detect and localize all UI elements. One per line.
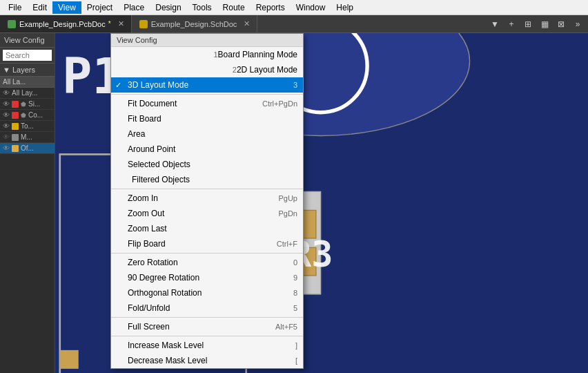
eye-icon-5[interactable]: 👁 xyxy=(3,144,10,152)
label-filtered-objects: Filtered Objects xyxy=(132,175,190,184)
shortcut-zoom-in: PgUp xyxy=(264,194,297,202)
view-config-header: View Config xyxy=(0,33,55,48)
layer-name-3: To... xyxy=(21,122,34,130)
eye-icon-3[interactable]: 👁 xyxy=(3,122,10,130)
layer-item-m: 👁 M... xyxy=(0,132,55,143)
menu-2d-layout-mode[interactable]: 2 2D Layout Mode xyxy=(111,62,303,77)
menu-project[interactable]: Project xyxy=(81,1,118,14)
eye-icon-1[interactable]: 👁 xyxy=(3,100,10,108)
tab-modified-badge: * xyxy=(108,20,111,28)
menu-help[interactable]: Help xyxy=(331,1,359,14)
menu-design[interactable]: Design xyxy=(150,1,186,14)
svg-rect-14 xyxy=(60,350,79,369)
eye-icon-4[interactable]: 👁 xyxy=(3,133,10,141)
tab-schdoc-label: Example_Design.SchDoc xyxy=(151,20,237,28)
menu-flip-board[interactable]: Flip Board Ctrl+F xyxy=(111,236,303,251)
add-btn[interactable]: + xyxy=(504,17,519,31)
layer-item-alllayers: 👁 All Lay... xyxy=(0,88,55,99)
filter-btn[interactable]: ▼ xyxy=(487,17,502,31)
menu-view[interactable]: View xyxy=(52,1,81,14)
menu-orthogonal-rotation[interactable]: Orthogonal Rotation 8 xyxy=(111,285,303,300)
tab-pcbdoc-label: Example_Design.PcbDoc xyxy=(19,20,106,28)
layers-section: ▼ Layers All La... 👁 All Lay... 👁 ⬟ Si..… xyxy=(0,64,55,373)
layers-tab[interactable]: All La... xyxy=(0,77,55,88)
menu-tools[interactable]: Tools xyxy=(187,1,217,14)
layer-color-3 xyxy=(12,123,19,130)
menu-route[interactable]: Route xyxy=(217,1,251,14)
menu-decrease-mask[interactable]: Decrease Mask Level [ xyxy=(111,353,303,368)
layer-color-5 xyxy=(12,145,19,152)
label-2d: 2D Layout Mode xyxy=(237,65,297,75)
label-fit-board: Fit Board xyxy=(128,114,161,124)
menu-fit-board[interactable]: Fit Board xyxy=(111,111,303,126)
eye-icon-2[interactable]: 👁 xyxy=(3,111,10,119)
menu-fit-document[interactable]: Fit Document Ctrl+PgDn xyxy=(111,96,303,111)
tab-schdoc[interactable]: Example_Design.SchDoc ✕ xyxy=(132,15,258,32)
label-zero-rotation: Zero Rotation xyxy=(128,258,178,267)
label-fit-document: Fit Document xyxy=(128,99,177,108)
matrix-btn[interactable]: ⊠ xyxy=(553,17,569,31)
eye-icon-0[interactable]: 👁 xyxy=(3,89,10,97)
menu-place[interactable]: Place xyxy=(118,1,150,14)
menu-reports[interactable]: Reports xyxy=(251,1,291,14)
menu-zoom-out[interactable]: Zoom Out PgDn xyxy=(111,206,303,221)
left-panel: View Config ▼ Layers All La... 👁 All Lay… xyxy=(0,33,55,373)
shortcut-flip-board: Ctrl+F xyxy=(263,240,297,248)
tabs-bar: Example_Design.PcbDoc * ✕ Example_Design… xyxy=(0,15,588,33)
view-dropdown-menu: View Config 1 Board Planning Mode 2 2D L… xyxy=(110,33,304,369)
divider-5 xyxy=(111,336,303,336)
menu-increase-mask[interactable]: Increase Mask Level ] xyxy=(111,338,303,353)
layers-header[interactable]: ▼ Layers xyxy=(0,64,55,77)
grid-btn[interactable]: ⊞ xyxy=(520,17,536,31)
divider-2 xyxy=(111,189,303,189)
menubar: File Edit View Project Place Design Tool… xyxy=(0,0,588,15)
shortcut-decrease-mask: [ xyxy=(282,356,297,365)
label-zoom-last: Zoom Last xyxy=(128,224,167,233)
shortcut-zoom-out: PgDn xyxy=(264,209,297,218)
label-around-point: Around Point xyxy=(128,144,175,154)
menu-window[interactable]: Window xyxy=(291,1,331,14)
divider-3 xyxy=(111,253,303,254)
label-decrease-mask: Decrease Mask Level xyxy=(128,356,207,365)
layer-color-1 xyxy=(12,101,19,108)
more-btn[interactable]: » xyxy=(570,17,585,31)
menu-edit[interactable]: Edit xyxy=(27,1,52,14)
search-input[interactable] xyxy=(3,50,52,61)
search-bar xyxy=(0,48,55,64)
layer-item-of[interactable]: 👁 Of... xyxy=(0,143,55,154)
pcb-canvas: C2 R1 R3 P1 View Config 1 Board Planning… xyxy=(55,33,588,373)
menu-zero-rotation[interactable]: Zero Rotation 0 xyxy=(111,255,303,270)
shortcut-zero-rotation: 0 xyxy=(280,258,297,267)
shortcut-increase-mask: ] xyxy=(282,341,297,350)
tab-close-icon2[interactable]: ✕ xyxy=(244,19,250,28)
label-increase-mask: Increase Mask Level xyxy=(128,341,204,350)
layer-name-2: Co... xyxy=(28,111,43,119)
divider-4 xyxy=(111,317,303,318)
tab-close-icon[interactable]: ✕ xyxy=(118,19,124,28)
menu-zoom-in[interactable]: Zoom In PgUp xyxy=(111,191,303,206)
menu-around-point[interactable]: Around Point xyxy=(111,142,303,157)
menu-filtered-objects[interactable]: Filtered Objects xyxy=(111,172,303,187)
divider-1 xyxy=(111,94,303,95)
label-90-rotation: 90 Degree Rotation xyxy=(128,273,199,283)
layer-name-1: Si... xyxy=(28,100,40,108)
menu-zoom-last[interactable]: Zoom Last xyxy=(111,221,303,236)
menu-fold-unfold[interactable]: Fold/Unfold 5 xyxy=(111,300,303,316)
menu-selected-objects[interactable]: Selected Objects xyxy=(111,157,303,172)
menu-3d-layout-mode[interactable]: ✓ 3D Layout Mode 3 xyxy=(111,77,303,93)
menu-section-header: View Config xyxy=(111,34,303,47)
menu-90-rotation[interactable]: 90 Degree Rotation 9 xyxy=(111,270,303,285)
shortcut-fit-doc: Ctrl+PgDn xyxy=(248,99,297,108)
menu-area[interactable]: Area xyxy=(111,126,303,142)
layer-name-5: Of... xyxy=(21,144,34,152)
tab-pcbdoc[interactable]: Example_Design.PcbDoc * ✕ xyxy=(0,15,132,32)
chart-btn[interactable]: ▦ xyxy=(537,17,552,31)
shortcut-orthogonal: 8 xyxy=(280,289,297,297)
shortcut-full-screen: Alt+F5 xyxy=(262,323,297,331)
menu-full-screen[interactable]: Full Screen Alt+F5 xyxy=(111,319,303,334)
shortcut-fold-unfold: 5 xyxy=(280,304,297,312)
label-area: Area xyxy=(128,129,145,139)
menu-file[interactable]: File xyxy=(3,1,27,14)
menu-board-planning-mode[interactable]: 1 Board Planning Mode xyxy=(111,47,303,62)
label-flip-board: Flip Board xyxy=(128,239,166,249)
